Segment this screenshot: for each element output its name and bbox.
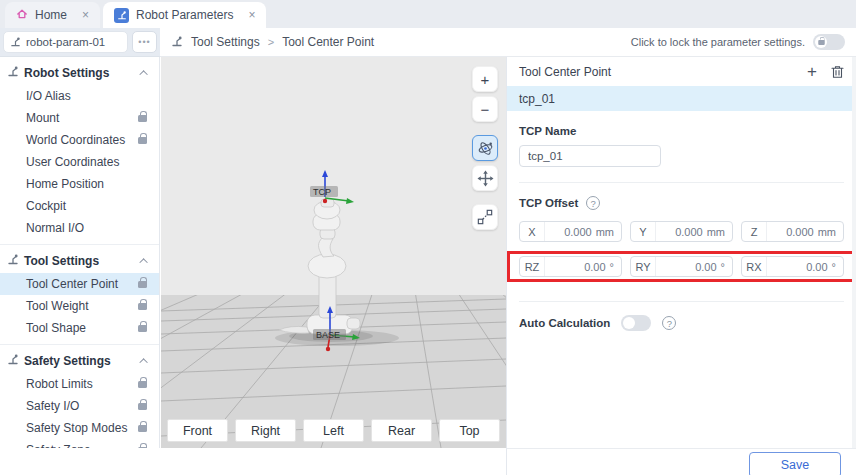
tcp-name-input[interactable] (519, 145, 661, 167)
item-label: World Coordinates (26, 133, 125, 147)
field-label: Y (631, 222, 656, 241)
base-label: BASE (316, 330, 340, 340)
view-top-button[interactable]: Top (439, 419, 500, 442)
sidebar-header-tool-settings[interactable]: Tool Settings (0, 248, 159, 273)
robot-icon (7, 65, 19, 80)
tcp-list-item-selected[interactable]: tcp_01 (507, 86, 856, 111)
delete-tcp-button[interactable] (831, 65, 844, 79)
field-value: 0.00 (656, 261, 721, 273)
close-icon[interactable]: × (82, 8, 89, 22)
tab-label: Home (35, 8, 67, 22)
sidebar-item-home-position[interactable]: Home Position (0, 173, 159, 195)
auto-calculation-label: Auto Calculation (519, 317, 610, 329)
item-label: Tool Shape (26, 321, 86, 335)
param-name-value: robot-param-01 (26, 36, 105, 48)
view-front-button[interactable]: Front (167, 419, 228, 442)
tcp-offset-z-field[interactable]: Z 0.000 mm (741, 221, 844, 242)
param-name-input[interactable]: robot-param-01 (3, 31, 128, 53)
view-rear-button[interactable]: Rear (371, 419, 432, 442)
item-label: Robot Limits (26, 377, 93, 391)
help-icon[interactable]: ? (586, 196, 600, 210)
sidebar-item-mount[interactable]: Mount (0, 107, 159, 129)
lock-icon (138, 115, 147, 122)
sidebar-item-tool-center-point[interactable]: Tool Center Point (0, 273, 159, 295)
section-title: Robot Settings (24, 66, 137, 80)
sidebar-item-cockpit[interactable]: Cockpit (0, 195, 159, 217)
sidebar-item-normal-io[interactable]: Normal I/O (0, 217, 159, 239)
measure-distance-button[interactable] (472, 204, 498, 230)
panel-body: TCP Name TCP Offset ? X 0.000 mm Y 0.000… (507, 125, 856, 331)
divider (519, 182, 844, 183)
more-options-button[interactable]: ••• (132, 31, 157, 53)
auto-calculation-toggle[interactable] (621, 315, 651, 331)
sidebar-section-tool-settings: Tool Settings Tool Center Point Tool Wei… (0, 244, 159, 344)
breadcrumb-separator: > (268, 36, 274, 48)
sidebar-item-safety-io[interactable]: Safety I/O (0, 395, 159, 417)
item-label: Mount (26, 111, 59, 125)
tcp-offset-label: TCP Offset (519, 197, 578, 209)
field-label: RZ (520, 257, 545, 276)
field-unit: ° (610, 261, 621, 273)
divider (519, 301, 844, 302)
add-tcp-button[interactable]: + (807, 62, 817, 82)
sidebar-item-world-coordinates[interactable]: World Coordinates (0, 129, 159, 151)
footer-actions: Save (506, 448, 856, 475)
sidebar-item-tool-shape[interactable]: Tool Shape (0, 317, 159, 339)
field-unit: mm (707, 226, 732, 238)
lock-icon (138, 325, 147, 332)
robot-icon (114, 8, 129, 23)
sidebar-section-robot-settings: Robot Settings I/O Alias Mount World Coo… (0, 57, 159, 244)
sidebar-item-io-alias[interactable]: I/O Alias (0, 85, 159, 107)
tab-home[interactable]: Home × (5, 2, 100, 28)
unlock-icon (815, 36, 827, 48)
sidebar-header-robot-settings[interactable]: Robot Settings (0, 60, 159, 85)
trash-icon (831, 65, 844, 79)
item-label: Tool Center Point (26, 277, 118, 291)
field-unit: ° (832, 261, 843, 273)
panel-header: Tool Center Point + (507, 57, 856, 86)
tcp-item-label: tcp_01 (519, 92, 555, 106)
robot-3d-scene: TCP BASE (161, 57, 506, 448)
item-label: I/O Alias (26, 89, 71, 103)
view-left-button[interactable]: Left (303, 419, 364, 442)
tcp-offset-rz-field[interactable]: RZ 0.00 ° (519, 256, 622, 277)
zoom-out-button[interactable]: − (472, 96, 498, 122)
tab-robot-parameters[interactable]: Robot Parameters × (103, 2, 266, 28)
robot-parameters-app: Home × Robot Parameters × robot-param-01… (0, 0, 856, 475)
sidebar-item-tool-weight[interactable]: Tool Weight (0, 295, 159, 317)
field-label: X (520, 222, 545, 241)
breadcrumb: Tool Settings > Tool Center Point (171, 35, 374, 50)
sidebar-item-robot-limits[interactable]: Robot Limits (0, 373, 159, 395)
field-label: RY (631, 257, 656, 276)
sidebar-item-user-coordinates[interactable]: User Coordinates (0, 151, 159, 173)
breadcrumb-bar: Tool Settings > Tool Center Point Click … (160, 28, 856, 57)
chevron-up-icon (139, 70, 147, 78)
item-label: Tool Weight (26, 299, 88, 313)
panel-scrollbar[interactable] (852, 57, 856, 448)
help-icon[interactable]: ? (662, 316, 676, 330)
pan-icon (477, 170, 494, 187)
view-right-button[interactable]: Right (235, 419, 296, 442)
pan-button[interactable] (472, 165, 498, 191)
section-title: Tool Settings (24, 254, 137, 268)
orbit-rotate-button[interactable] (472, 135, 498, 161)
save-button[interactable]: Save (749, 452, 841, 475)
zoom-in-button[interactable]: + (472, 66, 498, 92)
tcp-offset-ry-field[interactable]: RY 0.00 ° (630, 256, 733, 277)
tcp-offset-y-field[interactable]: Y 0.000 mm (630, 221, 733, 242)
robot-3d-viewport[interactable]: TCP BASE + − (161, 57, 506, 448)
field-value: 0.000 (656, 226, 707, 238)
chevron-up-icon (139, 358, 147, 366)
lock-settings-toggle[interactable] (813, 34, 845, 50)
breadcrumb-section[interactable]: Tool Settings (191, 35, 260, 49)
sidebar-item-safety-stop-modes[interactable]: Safety Stop Modes (0, 417, 159, 439)
tcp-offset-rx-field[interactable]: RX 0.00 ° (741, 256, 844, 277)
tcp-label: TCP (313, 187, 331, 197)
tcp-offset-xyz-row: X 0.000 mm Y 0.000 mm Z 0.000 mm (519, 221, 844, 242)
field-value: 0.00 (545, 261, 610, 273)
tab-bar: Home × Robot Parameters × (0, 0, 856, 28)
close-icon[interactable]: × (248, 8, 255, 22)
view-buttons: Front Right Left Rear Top (167, 419, 500, 442)
sidebar-header-safety-settings[interactable]: Safety Settings (0, 348, 159, 373)
tcp-offset-x-field[interactable]: X 0.000 mm (519, 221, 622, 242)
